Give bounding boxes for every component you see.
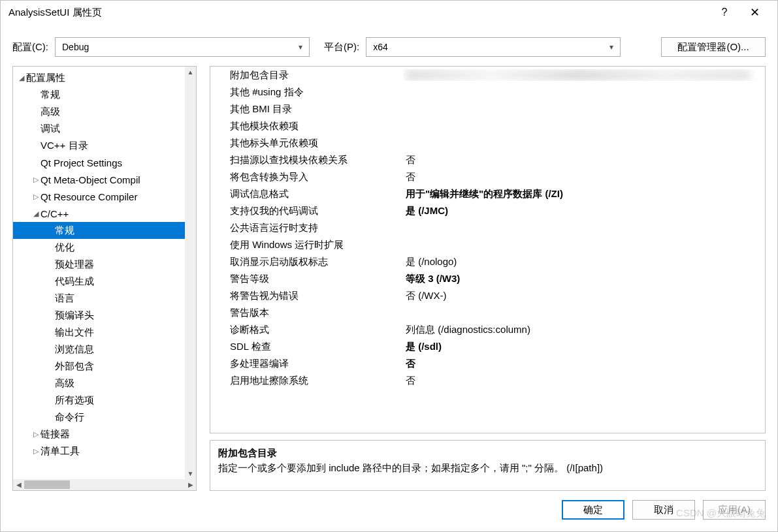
close-icon[interactable]: ✕	[739, 5, 770, 20]
tree-item[interactable]: 预编译头	[13, 307, 196, 324]
property-value[interactable]: 等级 3 (/W3)	[403, 273, 765, 285]
platform-value: x64	[373, 42, 388, 52]
tree-scroll[interactable]: ◢配置属性常规高级调试VC++ 目录Qt Project Settings▷Qt…	[13, 67, 196, 479]
tree-item[interactable]: 浏览信息	[13, 341, 196, 358]
platform-select[interactable]: x64 ▾	[366, 37, 621, 57]
property-name: 将包含转换为导入	[210, 171, 403, 183]
tree-item-label: 预处理器	[55, 258, 94, 271]
property-row[interactable]: 将警告视为错误否 (/WX-)	[210, 287, 765, 304]
config-label: 配置(C):	[12, 41, 48, 54]
property-row[interactable]: 其他 #using 指令	[210, 84, 765, 101]
scroll-right-icon[interactable]: ▶	[185, 479, 196, 490]
scroll-left-icon[interactable]: ◀	[13, 479, 24, 490]
tree-item[interactable]: VC++ 目录	[13, 137, 196, 154]
property-row[interactable]: 扫描源以查找模块依赖关系否	[210, 151, 765, 168]
dialog-button-row: 确定 取消 应用(A)	[1, 491, 777, 531]
property-value[interactable]: 否	[403, 375, 765, 387]
property-row[interactable]: 其他标头单元依赖项	[210, 134, 765, 151]
tree-item[interactable]: 语言	[13, 290, 196, 307]
property-value[interactable]: 否	[403, 358, 765, 370]
scroll-up-icon[interactable]: ▲	[185, 67, 196, 78]
tree-item-label: 优化	[55, 242, 74, 254]
property-name: 其他模块依赖项	[210, 120, 403, 133]
property-value[interactable]: 是 (/JMC)	[403, 205, 765, 217]
property-name: SDL 检查	[210, 341, 403, 353]
property-row[interactable]: 警告版本	[210, 304, 765, 321]
tree-item-label: 调试	[41, 123, 60, 135]
tree-item-label: VC++ 目录	[41, 140, 88, 152]
property-row[interactable]: 多处理器编译否	[210, 355, 765, 372]
tree-item[interactable]: 预处理器	[13, 256, 196, 273]
tree-item[interactable]: ▷Qt Resource Compiler	[13, 188, 196, 205]
tree-item[interactable]: 所有选项	[13, 392, 196, 409]
redacted-value	[406, 69, 751, 81]
property-row[interactable]: 公共语言运行时支持	[210, 219, 765, 236]
property-row[interactable]: 使用 Windows 运行时扩展	[210, 236, 765, 253]
scroll-track[interactable]	[24, 479, 185, 490]
property-value[interactable]: 否 (/WX-)	[403, 290, 765, 302]
main-area: ◢配置属性常规高级调试VC++ 目录Qt Project Settings▷Qt…	[12, 66, 766, 491]
property-name: 支持仅我的代码调试	[210, 205, 403, 217]
tree-item[interactable]: ◢C/C++	[13, 205, 196, 222]
description-title: 附加包含目录	[218, 447, 757, 460]
property-name: 警告版本	[210, 307, 403, 319]
tree-item-label: 命令行	[55, 411, 84, 424]
tree-root[interactable]: ◢配置属性	[13, 69, 196, 86]
tree-item[interactable]: 代码生成	[13, 273, 196, 290]
property-value[interactable]: 是 (/nologo)	[403, 256, 765, 268]
tree-item[interactable]: ▷清单工具	[13, 443, 196, 460]
config-manager-button[interactable]: 配置管理器(O)...	[661, 37, 766, 57]
property-row[interactable]: 支持仅我的代码调试是 (/JMC)	[210, 202, 765, 219]
property-row[interactable]: 启用地址擦除系统否	[210, 372, 765, 389]
property-value[interactable]: 列信息 (/diagnostics:column)	[403, 324, 765, 336]
property-value[interactable]: 否	[403, 154, 765, 166]
tree-item[interactable]: 常规	[13, 86, 196, 103]
expand-icon: ▷	[31, 176, 41, 184]
property-row[interactable]: 其他 BMI 目录	[210, 101, 765, 117]
tree-item[interactable]: Qt Project Settings	[13, 154, 196, 171]
tree-horizontal-scrollbar[interactable]: ◀ ▶	[13, 479, 196, 490]
property-value[interactable]	[403, 69, 765, 81]
property-row[interactable]: SDL 检查是 (/sdl)	[210, 338, 765, 355]
tree-item[interactable]: ▷链接器	[13, 426, 196, 443]
tree-item[interactable]: 外部包含	[13, 358, 196, 375]
expand-icon: ▷	[31, 430, 41, 439]
cancel-button[interactable]: 取消	[632, 500, 695, 520]
property-row[interactable]: 其他模块依赖项	[210, 117, 765, 134]
property-name: 诊断格式	[210, 324, 403, 336]
property-row[interactable]: 附加包含目录	[210, 67, 765, 84]
property-row[interactable]: 诊断格式列信息 (/diagnostics:column)	[210, 321, 765, 338]
property-row[interactable]: 将包含转换为导入否	[210, 168, 765, 185]
chevron-down-icon: ▾	[609, 42, 613, 52]
property-value[interactable]: 否	[403, 171, 765, 183]
scroll-down-icon[interactable]: ▼	[185, 468, 196, 479]
scroll-track[interactable]	[185, 78, 196, 468]
property-row[interactable]: 警告等级等级 3 (/W3)	[210, 270, 765, 287]
category-tree: ◢配置属性常规高级调试VC++ 目录Qt Project Settings▷Qt…	[12, 66, 197, 491]
scroll-thumb[interactable]	[24, 480, 70, 489]
chevron-down-icon: ▾	[299, 42, 302, 52]
property-value[interactable]: 用于"编辑并继续"的程序数据库 (/ZI)	[403, 188, 765, 200]
property-row[interactable]: 取消显示启动版权标志是 (/nologo)	[210, 253, 765, 270]
help-icon[interactable]: ?	[709, 7, 739, 18]
apply-button[interactable]: 应用(A)	[703, 500, 766, 520]
tree-item[interactable]: 高级	[13, 375, 196, 392]
expand-icon: ▷	[31, 193, 41, 201]
tree-item-label: 链接器	[41, 428, 70, 441]
tree-vertical-scrollbar[interactable]: ▲ ▼	[185, 67, 196, 479]
tree-item[interactable]: 命令行	[13, 409, 196, 426]
property-value[interactable]: 是 (/sdl)	[403, 341, 765, 353]
tree-item[interactable]: 高级	[13, 103, 196, 120]
tree-item[interactable]: 常规	[13, 222, 196, 239]
tree-item[interactable]: 输出文件	[13, 324, 196, 341]
property-name: 使用 Windows 运行时扩展	[210, 239, 403, 251]
tree-item-label: C/C++	[41, 208, 69, 219]
tree-item[interactable]: ▷Qt Meta-Object Compil	[13, 171, 196, 188]
tree-item[interactable]: 优化	[13, 239, 196, 256]
ok-button[interactable]: 确定	[562, 500, 624, 520]
property-grid[interactable]: 附加包含目录其他 #using 指令其他 BMI 目录其他模块依赖项其他标头单元…	[210, 66, 766, 433]
config-select[interactable]: Debug ▾	[55, 37, 310, 57]
property-row[interactable]: 调试信息格式用于"编辑并继续"的程序数据库 (/ZI)	[210, 185, 765, 202]
tree-item[interactable]: 调试	[13, 120, 196, 137]
config-value: Debug	[62, 42, 89, 52]
